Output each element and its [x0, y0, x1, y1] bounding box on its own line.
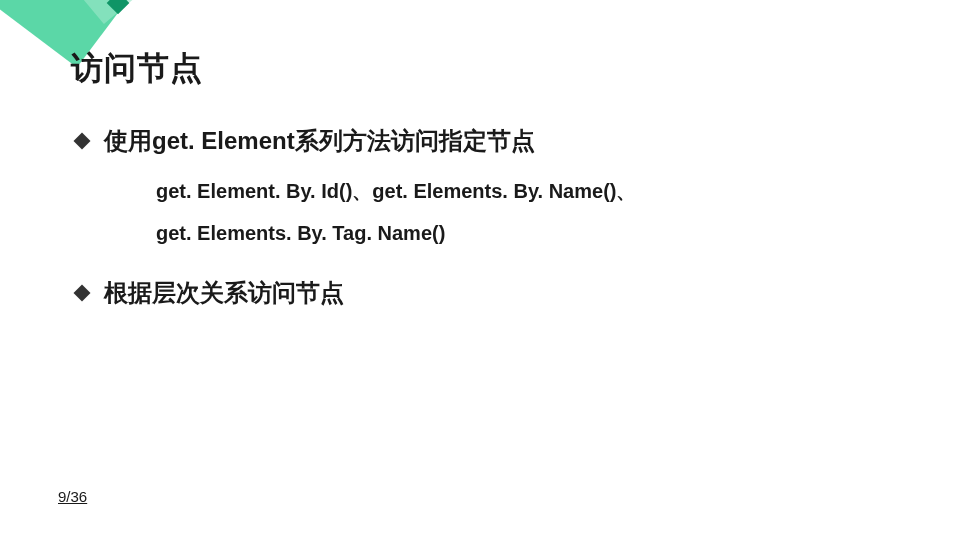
bullet-level1: 根据层次关系访问节点: [76, 276, 900, 310]
diamond-bullet-icon: [74, 284, 91, 301]
bullet-text: 使用get. Element系列方法访问指定节点: [104, 127, 535, 154]
page-number: 9/36: [58, 488, 87, 505]
slide-title: 访问节点: [71, 47, 203, 91]
bullet-level2: get. Element. By. Id()、get. Elements. By…: [156, 170, 900, 212]
bullet-level2-block: get. Element. By. Id()、get. Elements. By…: [156, 170, 900, 254]
slide-content: 使用get. Element系列方法访问指定节点 get. Element. B…: [76, 110, 900, 319]
bullet-text: get. Elements. By. Tag. Name(): [156, 222, 445, 244]
bullet-text: 根据层次关系访问节点: [104, 279, 344, 306]
slide: 访问节点 使用get. Element系列方法访问指定节点 get. Eleme…: [0, 0, 960, 540]
bullet-level2-cont: get. Elements. By. Tag. Name(): [156, 212, 900, 254]
bullet-text: get. Element. By. Id()、get. Elements. By…: [156, 180, 636, 202]
bullet-level1: 使用get. Element系列方法访问指定节点: [76, 124, 900, 158]
diamond-bullet-icon: [74, 133, 91, 150]
